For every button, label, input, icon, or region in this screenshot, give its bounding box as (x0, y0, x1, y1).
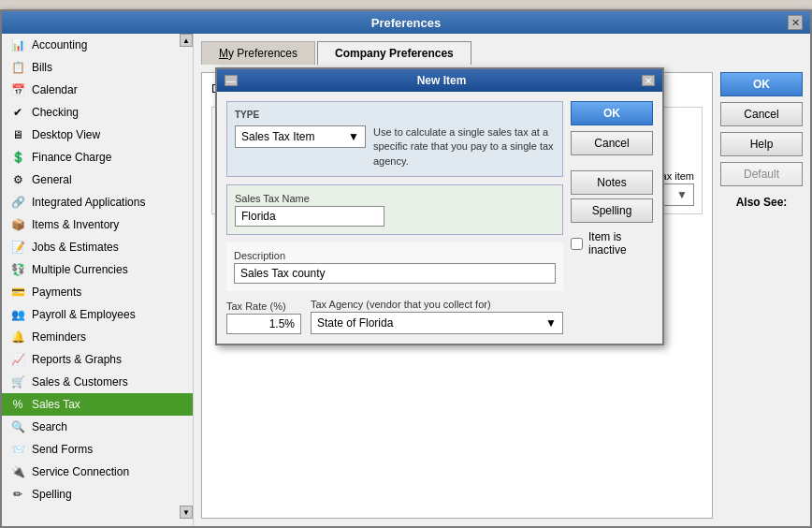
sidebar-item-label-items-inventory: Items & Inventory (32, 218, 119, 231)
sidebar-item-label-sales-tax: Sales Tax (32, 398, 80, 411)
help-button[interactable]: Help (720, 132, 803, 156)
dialog-extra-buttons: Notes Spelling Item is inactive (571, 170, 653, 257)
checking-icon: ✔ (9, 105, 26, 120)
tabs-row: My Preferences Company Preferences (194, 34, 810, 65)
sidebar-item-label-jobs-estimates: Jobs & Estimates (32, 241, 119, 254)
tax-agency-dropdown[interactable]: State of Florida ▼ (311, 312, 563, 334)
jobs-estimates-icon: 📝 (9, 240, 26, 255)
tab-my-preferences[interactable]: My Preferences (201, 41, 315, 65)
sidebar-item-label-multiple-currencies: Multiple Currencies (32, 263, 128, 276)
sidebar: ▲ 📊Accounting📋Bills📅Calendar✔Checking🖥De… (2, 34, 194, 526)
ok-button[interactable]: OK (720, 72, 803, 96)
dialog-form: TYPE Sales Tax Item ▼ Use to calculate a… (226, 101, 563, 334)
sidebar-item-general[interactable]: ⚙General (2, 169, 193, 191)
tab-company-prefs-label: Company Preferences (335, 47, 454, 60)
dialog-cancel-button[interactable]: Cancel (571, 131, 653, 155)
sidebar-item-label-calendar: Calendar (32, 83, 78, 96)
dialog-body: TYPE Sales Tax Item ▼ Use to calculate a… (217, 92, 662, 344)
sidebar-item-search[interactable]: 🔍Search (2, 416, 193, 438)
service-connection-icon: 🔌 (9, 464, 26, 479)
default-button[interactable]: Default (720, 162, 803, 186)
search-icon: 🔍 (9, 419, 26, 434)
sales-customers-icon: 🛒 (9, 374, 26, 389)
sidebar-item-label-general: General (32, 173, 72, 186)
sidebar-item-bills[interactable]: 📋Bills (2, 56, 193, 79)
sidebar-item-label-reports-graphs: Reports & Graphs (32, 353, 122, 366)
general-icon: ⚙ (9, 172, 26, 187)
type-dropdown[interactable]: Sales Tax Item ▼ (235, 125, 366, 148)
scroll-down-button[interactable]: ▼ (180, 506, 193, 519)
sidebar-item-send-forms[interactable]: 📨Send Forms (2, 438, 193, 461)
window-close-button[interactable]: ✕ (788, 15, 803, 30)
sidebar-item-sales-tax[interactable]: %Sales Tax (2, 393, 193, 416)
calendar-icon: 📅 (9, 82, 26, 97)
sidebar-item-label-accounting: Accounting (32, 38, 87, 51)
sidebar-item-calendar[interactable]: 📅Calendar (2, 79, 193, 101)
sidebar-item-payroll-employees[interactable]: 👥Payroll & Employees (2, 303, 193, 326)
sidebar-item-accounting[interactable]: 📊Accounting (2, 34, 193, 56)
type-value: Sales Tax Item (241, 130, 314, 143)
sidebar-item-label-payments: Payments (32, 286, 81, 299)
tax-rate-input[interactable] (226, 314, 301, 334)
window-title: Preferences (24, 16, 788, 30)
spelling-icon: ✏ (9, 487, 26, 502)
sidebar-item-label-desktop-view: Desktop View (32, 128, 100, 141)
sidebar-item-multiple-currencies[interactable]: 💱Multiple Currencies (2, 258, 193, 281)
bills-icon: 📋 (9, 60, 26, 75)
inactive-checkbox[interactable] (571, 238, 583, 250)
desktop-view-icon: 🖥 (9, 127, 26, 142)
tab-company-preferences[interactable]: Company Preferences (317, 41, 471, 65)
sidebar-item-jobs-estimates[interactable]: 📝Jobs & Estimates (2, 236, 193, 258)
sidebar-item-finance-charge[interactable]: 💲Finance Charge (2, 146, 193, 169)
type-description: Use to calculate a single sales tax at a… (373, 125, 555, 169)
sidebar-item-checking[interactable]: ✔Checking (2, 101, 193, 124)
type-header: TYPE (235, 110, 555, 120)
dropdown-arrow-icon: ▼ (676, 188, 688, 201)
sidebar-item-reports-graphs[interactable]: 📈Reports & Graphs (2, 348, 193, 371)
description-label: Description (234, 250, 556, 261)
multiple-currencies-icon: 💱 (9, 262, 26, 277)
dialog-minimize-button[interactable]: — (225, 75, 238, 86)
new-item-dialog: — New Item ✕ TYPE Sales Tax Item ▼ (215, 67, 664, 345)
dialog-right-buttons: OK Cancel Notes Spelling Item is inactiv… (571, 101, 653, 334)
dialog-spelling-button[interactable]: Spelling (571, 198, 653, 223)
sidebar-item-items-inventory[interactable]: 📦Items & Inventory (2, 213, 193, 236)
reminders-icon: 🔔 (9, 330, 26, 345)
dialog-close-button[interactable]: ✕ (642, 75, 655, 86)
sidebar-item-label-payroll-employees: Payroll & Employees (32, 308, 136, 321)
accounting-icon: 📊 (9, 37, 26, 52)
sidebar-item-label-bills: Bills (32, 61, 52, 74)
sidebar-scroll-bottom: ▼ (2, 506, 193, 519)
sidebar-item-integrated-apps[interactable]: 🔗Integrated Applications (2, 191, 193, 213)
sidebar-item-label-search: Search (32, 420, 67, 433)
sidebar-item-label-integrated-apps: Integrated Applications (32, 196, 145, 209)
integrated-apps-icon: 🔗 (9, 195, 26, 210)
sidebar-item-label-finance-charge: Finance Charge (32, 151, 111, 164)
reports-graphs-icon: 📈 (9, 352, 26, 367)
also-see-label: Also See: (720, 196, 803, 209)
sidebar-item-reminders[interactable]: 🔔Reminders (2, 326, 193, 348)
tax-rate-group: Tax Rate (%) (226, 301, 301, 334)
scroll-up-button[interactable]: ▲ (180, 34, 193, 47)
sidebar-item-desktop-view[interactable]: 🖥Desktop View (2, 124, 193, 146)
tax-agency-label: Tax Agency (vendor that you collect for) (311, 299, 563, 310)
type-row: Sales Tax Item ▼ Use to calculate a sing… (235, 125, 555, 169)
sidebar-list: 📊Accounting📋Bills📅Calendar✔Checking🖥Desk… (2, 34, 193, 506)
preferences-window: Preferences ✕ ▲ 📊Accounting📋Bills📅Calend… (0, 9, 812, 528)
sidebar-item-label-service-connection: Service Connection (32, 465, 129, 478)
sidebar-item-spelling[interactable]: ✏Spelling (2, 483, 193, 506)
description-input[interactable] (234, 263, 556, 284)
right-buttons: OK Cancel Help Default Also See: (720, 72, 803, 519)
cancel-button[interactable]: Cancel (720, 102, 803, 126)
sidebar-item-label-spelling: Spelling (32, 488, 72, 501)
sidebar-item-payments[interactable]: 💳Payments (2, 281, 193, 303)
type-dropdown-arrow-icon: ▼ (348, 130, 359, 143)
payroll-employees-icon: 👥 (9, 307, 26, 322)
sidebar-item-service-connection[interactable]: 🔌Service Connection (2, 461, 193, 483)
tax-rate-label: Tax Rate (%) (226, 301, 301, 312)
dialog-notes-button[interactable]: Notes (571, 170, 653, 195)
inactive-label: Item is inactive (588, 230, 653, 257)
dialog-ok-button[interactable]: OK (571, 101, 653, 125)
sidebar-item-sales-customers[interactable]: 🛒Sales & Customers (2, 371, 193, 393)
sales-tax-name-input[interactable] (235, 206, 384, 227)
